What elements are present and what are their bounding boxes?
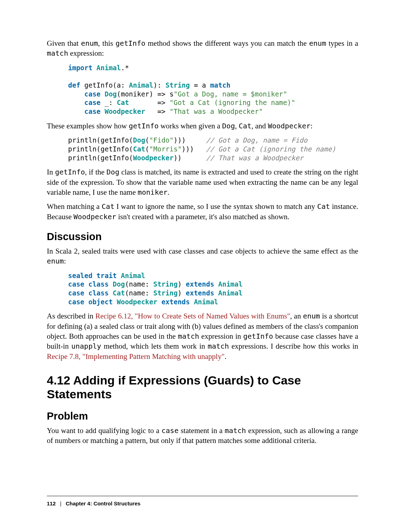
code-block-2: println(getInfo(Dog("Fido"))) // Got a D… (68, 136, 358, 162)
page-footer: 112 | Chapter 4: Control Structures (47, 496, 358, 506)
type: Cat (109, 289, 125, 297)
code-inline: getInfo (243, 332, 273, 340)
paragraph-3: In getInfo, if the Dog class is matched,… (47, 167, 358, 197)
kw: object (84, 298, 113, 306)
page-number: 112 (47, 500, 56, 506)
code-inline: moniker (138, 188, 167, 196)
heading-discussion: Discussion (47, 231, 358, 243)
text: _: (101, 99, 117, 106)
text: isn't created with a parameter, it's als… (116, 212, 289, 221)
code-inline: match (207, 342, 229, 350)
text: (name: (125, 280, 153, 288)
text: . (167, 188, 169, 196)
xref-link[interactable]: Recipe 7.8, "Implementing Pattern Matchi… (47, 352, 224, 361)
kw: case (68, 90, 101, 98)
text: In (47, 168, 55, 176)
text: , if the (85, 168, 106, 176)
str: "Fido" (149, 136, 174, 144)
text: (name: (125, 289, 153, 297)
text: I want to ignore the name, so I use the … (115, 202, 317, 211)
type: Woodpecker (113, 298, 157, 306)
separator: | (60, 500, 61, 506)
kw: extends (186, 280, 214, 288)
text: ) (178, 280, 186, 288)
text: , an (290, 312, 303, 320)
text: println(getInfo( (68, 145, 133, 153)
type: Animal (117, 272, 145, 279)
paragraph-6: As described in Recipe 6.12, "How to Cre… (47, 311, 358, 361)
type: Woodpecker (101, 107, 145, 115)
paragraph-7: You want to add qualifying logic to a ca… (47, 426, 358, 446)
kw: class (84, 289, 109, 297)
text: .* (121, 64, 129, 72)
code-inline: enum (81, 39, 98, 48)
text: ): (153, 81, 165, 89)
code-inline: Cat (239, 122, 251, 130)
code-inline: case (161, 426, 178, 435)
code-inline: enum (47, 257, 64, 265)
type: Animal (214, 280, 243, 288)
kw: class (84, 280, 109, 288)
text: : (64, 257, 66, 265)
code-block-3: sealed trait Animal case class Dog(name:… (68, 271, 358, 306)
text: ( (145, 136, 149, 144)
text: . (224, 352, 226, 361)
text: expression: (68, 49, 104, 57)
text: )) (173, 154, 206, 162)
type: String (166, 81, 190, 89)
text: method, which lets them work in (101, 342, 207, 350)
heading-problem: Problem (47, 410, 358, 422)
text: , this (98, 39, 116, 48)
type: Cat (117, 99, 129, 106)
text: , and (251, 122, 268, 130)
kw: case (68, 107, 101, 115)
chapter-label: Chapter 4: Control Structures (66, 500, 140, 506)
code-inline: Cat (102, 202, 115, 211)
text: statement in a (178, 426, 224, 435)
code-inline: Dog (106, 168, 119, 176)
text: = a (190, 81, 210, 89)
paragraph-intro-1: Given that enum, this getInfo method sho… (47, 38, 358, 59)
text: => (129, 99, 170, 106)
type: Cat (133, 145, 145, 153)
kw: sealed (68, 272, 93, 279)
text: getInfo(a: (80, 81, 129, 89)
kw: case (68, 99, 101, 106)
type: Animal (129, 81, 154, 89)
xref-link[interactable]: Recipe 6.12, "How to Create Sets of Name… (95, 312, 290, 320)
kw: case (68, 289, 84, 297)
text: ( (145, 145, 149, 153)
paragraph-5: In Scala 2, sealed traits were used with… (47, 246, 358, 266)
text: These examples show how (47, 122, 129, 130)
kw: extends (186, 289, 214, 297)
code-inline: getInfo (55, 168, 85, 176)
str: "That was a Woodpecker" (170, 107, 263, 115)
code-inline: getInfo (116, 39, 145, 48)
text: works when given a (159, 122, 222, 130)
text: : (311, 122, 313, 130)
type: Woodpecker (133, 154, 173, 162)
type: Animal (93, 64, 121, 72)
code-inline: Woodpecker (268, 122, 310, 130)
heading-section: 4.12 Adding if Expressions (Guards) to C… (47, 373, 358, 401)
kw: import (68, 64, 93, 72)
type: String (153, 289, 178, 297)
text: ))) (182, 145, 206, 153)
text: In Scala 2, sealed traits were used with… (47, 247, 358, 255)
text: println(getInfo( (68, 154, 133, 162)
code-inline: enum (309, 39, 326, 48)
text: => (145, 107, 170, 115)
code-inline: match (178, 332, 199, 340)
text: println(getInfo( (68, 136, 133, 144)
type: Dog (101, 90, 117, 98)
code-inline: Cat (317, 202, 330, 211)
text: (moniker) => s (117, 90, 173, 98)
code-inline: getInfo (129, 122, 159, 130)
code-inline: match (47, 49, 68, 57)
text: , (235, 122, 239, 130)
code-inline: unapply (71, 342, 101, 350)
paragraph-4: When matching a Cat I want to ignore the… (47, 201, 358, 222)
kw: trait (93, 272, 117, 279)
str: "Morris" (149, 145, 182, 153)
text: As described in (47, 312, 95, 320)
